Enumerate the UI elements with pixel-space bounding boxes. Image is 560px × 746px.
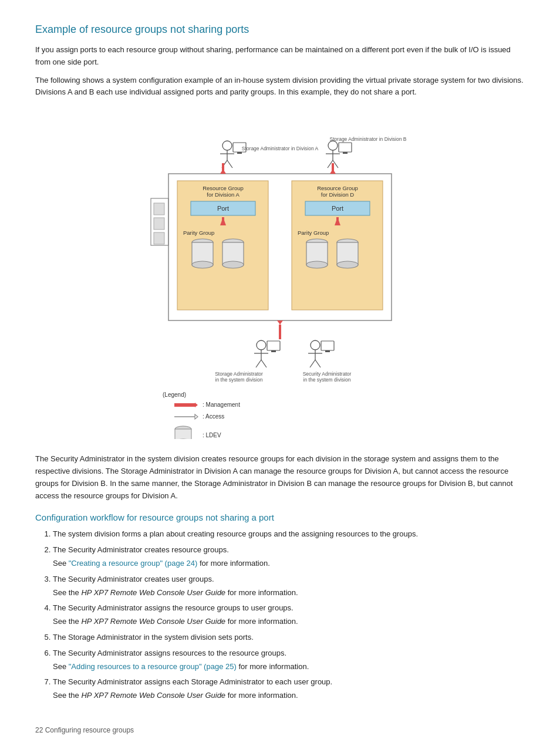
svg-point-28 [337, 261, 358, 268]
svg-point-29 [222, 141, 232, 150]
step-3: The Security Administrator creates user … [53, 573, 525, 599]
svg-rect-69 [321, 341, 334, 350]
svg-rect-7 [222, 217, 224, 225]
svg-text:for Division D: for Division D [321, 191, 355, 198]
step-3-sub: See the HP XP7 Remote Web Console User G… [53, 587, 525, 599]
svg-rect-61 [271, 350, 276, 352]
svg-rect-50 [154, 203, 164, 215]
svg-text:: Management: : Management [203, 401, 240, 408]
svg-text:Port: Port [217, 205, 229, 212]
svg-rect-44 [339, 143, 352, 152]
diagram-svg: Resource Group for Division A Port Parit… [116, 110, 444, 439]
step-6-link[interactable]: "Adding resources to a resource group" (… [69, 662, 237, 671]
svg-marker-53 [277, 320, 283, 325]
svg-rect-54 [279, 325, 281, 339]
svg-text:Port: Port [332, 205, 343, 212]
section2-title: Configuration workflow for resource grou… [35, 512, 525, 522]
step-7: The Security Administrator assigns each … [53, 676, 525, 702]
svg-line-58 [256, 360, 261, 367]
svg-text:(Legend): (Legend) [163, 391, 186, 398]
svg-rect-75 [174, 403, 195, 407]
intro-paragraph-2: The following shows a system configurati… [35, 75, 525, 99]
svg-rect-70 [325, 350, 330, 352]
step-2-link[interactable]: "Creating a resource group" (page 24) [69, 559, 198, 568]
svg-point-25 [306, 261, 328, 268]
svg-marker-74 [195, 403, 198, 407]
step-2-sub: See "Creating a resource group" (page 24… [53, 558, 525, 570]
svg-point-11 [192, 261, 213, 268]
svg-text:: LDEV: : LDEV [203, 432, 221, 438]
step-7-text: The Security Administrator assigns each … [53, 677, 332, 686]
step-3-guide: HP XP7 Remote Web Console User Guide [81, 588, 225, 597]
step-6-sub: See "Adding resources to a resource grou… [53, 661, 525, 673]
diagram: Resource Group for Division A Port Parit… [35, 110, 525, 439]
svg-rect-48 [332, 163, 334, 174]
intro-paragraph-1: If you assign ports to each resource gro… [35, 44, 525, 69]
page-title: Example of resource groups not sharing p… [35, 23, 525, 36]
svg-rect-81 [175, 429, 191, 439]
step-7-guide: HP XP7 Remote Web Console User Guide [81, 691, 225, 700]
svg-line-68 [315, 360, 321, 367]
step-7-sub: See the HP XP7 Remote Web Console User G… [53, 690, 525, 702]
svg-text:Storage Administrator: Storage Administrator [215, 371, 263, 377]
svg-text:Resource Group: Resource Group [203, 185, 244, 191]
svg-point-39 [328, 141, 338, 150]
step-3-text: The Security Administrator creates user … [53, 575, 214, 583]
step-4-guide: HP XP7 Remote Web Console User Guide [81, 617, 225, 626]
svg-text:Security Administrator: Security Administrator [303, 371, 352, 377]
svg-line-67 [310, 360, 315, 367]
step-6-text: The Security Administrator assigns resou… [53, 649, 286, 657]
svg-text:Parity Group: Parity Group [298, 229, 329, 236]
step-2-text: The Security Administrator creates resou… [53, 545, 229, 554]
body-paragraph: The Security Administrator in the system… [35, 453, 525, 502]
svg-text:for Division A: for Division A [207, 191, 239, 198]
svg-marker-77 [195, 414, 198, 419]
step-5-text: The Storage Administrator in the system … [53, 633, 254, 642]
svg-line-33 [227, 160, 232, 168]
svg-text:Storage Administrator in Divis: Storage Administrator in Division B [330, 136, 407, 142]
svg-point-14 [222, 261, 244, 268]
svg-rect-52 [154, 232, 164, 244]
svg-rect-35 [237, 152, 242, 154]
step-1: The system division forms a plan about c… [53, 528, 525, 541]
svg-line-59 [261, 360, 266, 367]
svg-point-55 [257, 340, 266, 350]
page-footer: 22 Configuring resource groups [35, 726, 134, 734]
svg-point-64 [311, 340, 320, 350]
svg-text:in the system division: in the system division [303, 377, 351, 383]
svg-rect-60 [267, 341, 280, 350]
svg-rect-38 [222, 163, 224, 174]
svg-text:Storage Administrator in Divis: Storage Administrator in Division A [242, 146, 319, 151]
svg-text:Parity Group: Parity Group [183, 229, 214, 236]
step-5: The Storage Administrator in the system … [53, 632, 525, 644]
steps-list: The system division forms a plan about c… [35, 528, 525, 702]
step-6: The Security Administrator assigns resou… [53, 647, 525, 673]
svg-text:Resource Group: Resource Group [317, 185, 358, 191]
step-4: The Security Administrator assigns the r… [53, 602, 525, 628]
step-1-text: The system division forms a plan about c… [53, 529, 418, 538]
step-4-sub: See the HP XP7 Remote Web Console User G… [53, 616, 525, 628]
svg-rect-45 [343, 152, 348, 154]
svg-rect-51 [154, 218, 164, 229]
svg-text:: Access: : Access [203, 413, 224, 420]
svg-rect-21 [336, 217, 339, 225]
svg-text:in the system division: in the system division [215, 377, 263, 383]
step-2: The Security Administrator creates resou… [53, 544, 525, 570]
step-4-text: The Security Administrator assigns the r… [53, 603, 294, 612]
